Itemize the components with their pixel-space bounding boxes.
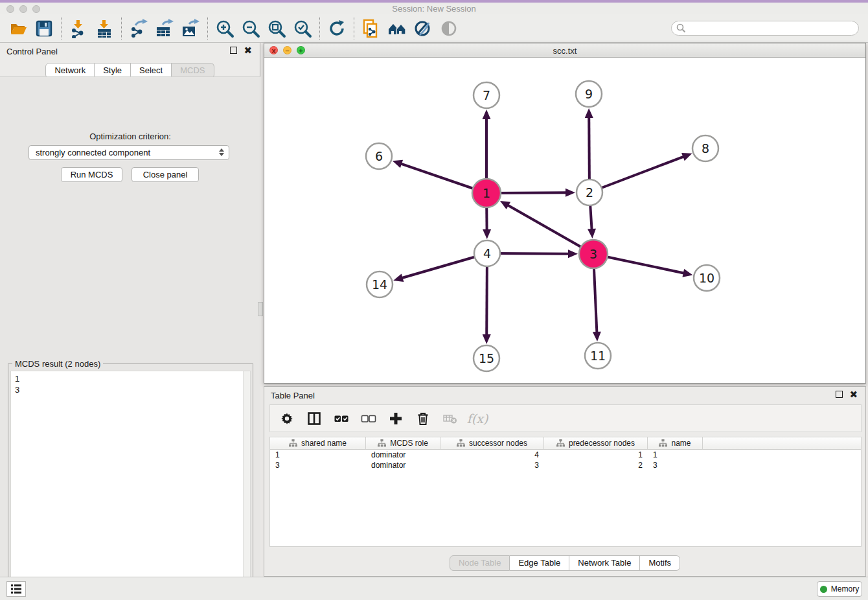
titlebar: Session: New Session <box>0 3 868 14</box>
column-header[interactable]: name <box>648 437 703 449</box>
export-image-button[interactable] <box>177 16 203 41</box>
table-cell[interactable]: 1 <box>544 450 648 460</box>
column-header-label: shared name <box>301 439 347 448</box>
run-mcds-button[interactable]: Run MCDS <box>61 167 122 182</box>
graph-node-label: 6 <box>375 149 383 163</box>
close-panel-button[interactable]: Close panel <box>131 167 199 182</box>
graph-node-label: 1 <box>483 186 490 200</box>
tab-motifs[interactable]: Motifs <box>640 555 680 571</box>
graph-node-label: 2 <box>586 185 593 200</box>
save-icon <box>34 19 54 38</box>
close-panel-icon[interactable]: ✖ <box>849 391 858 398</box>
export-table-button[interactable] <box>152 16 177 41</box>
edge-arrowhead <box>483 110 491 119</box>
table-panel-title: Table Panel <box>271 391 315 400</box>
column-header[interactable]: successor nodes <box>440 437 544 449</box>
network-view-window: x – + scc.txt 7968124314101511 <box>264 43 866 384</box>
column-header[interactable]: predecessor nodes <box>544 437 648 449</box>
float-panel-icon[interactable] <box>230 47 237 54</box>
refresh-icon <box>327 19 347 38</box>
dropdown-stepper-icon <box>219 148 224 156</box>
add-column-button[interactable] <box>387 410 405 428</box>
table-cell[interactable]: dominator <box>366 450 440 460</box>
graph-node-label: 3 <box>589 247 597 261</box>
function-builder-button[interactable]: f(x) <box>468 410 486 428</box>
export-network-button[interactable] <box>126 16 152 41</box>
network-canvas[interactable]: 7968124314101511 <box>265 58 865 383</box>
memory-button[interactable]: Memory <box>817 581 862 597</box>
apply-layout-button[interactable] <box>324 16 350 41</box>
edge-arrowhead <box>568 249 578 258</box>
zoom-out-icon <box>241 19 260 38</box>
optimization-criterion-label: Optimization criterion: <box>0 132 260 141</box>
float-panel-icon[interactable] <box>836 391 843 398</box>
table-cell[interactable]: 3 <box>648 460 703 470</box>
table-row[interactable]: 1dominator411 <box>270 450 861 460</box>
home-button[interactable] <box>384 16 410 41</box>
edge-2-8[interactable] <box>589 156 684 192</box>
delete-table-button[interactable] <box>441 410 459 428</box>
zoom-fit-button[interactable] <box>264 16 290 41</box>
table-cell[interactable]: 3 <box>440 460 544 470</box>
edge-arrowhead <box>588 229 596 238</box>
style-paint-button[interactable] <box>410 16 436 41</box>
hide-panels-button[interactable] <box>436 16 462 41</box>
task-history-button[interactable] <box>6 581 26 597</box>
table-row[interactable]: 3dominator323 <box>270 460 861 470</box>
panel-splitter-handle[interactable] <box>258 302 263 316</box>
split-view-button[interactable] <box>305 410 323 428</box>
edge-arrowhead <box>593 332 601 341</box>
tab-node-table[interactable]: Node Table <box>450 555 510 571</box>
table-toolbar: f(x) <box>269 404 862 432</box>
memory-label: Memory <box>831 584 859 594</box>
tab-edge-table[interactable]: Edge Table <box>510 555 569 571</box>
network-graph[interactable]: 7968124314101511 <box>265 58 865 383</box>
network-window-titlebar[interactable]: x – + scc.txt <box>264 43 865 58</box>
column-header-label: predecessor nodes <box>569 439 635 448</box>
zoom-in-button[interactable] <box>212 16 238 41</box>
zoom-fit-icon <box>267 19 286 38</box>
search-input[interactable] <box>671 21 859 36</box>
control-panel-title: Control Panel <box>6 47 58 56</box>
optimization-criterion-select[interactable]: strongly connected component <box>29 145 229 160</box>
deselect-all-columns-button[interactable] <box>360 410 378 428</box>
table-cell[interactable]: 1 <box>648 450 703 460</box>
edge-arrowhead <box>565 189 575 197</box>
column-header[interactable]: shared name <box>270 437 366 449</box>
table-cell[interactable]: 3 <box>270 460 366 470</box>
zoom-selected-button[interactable] <box>290 16 315 41</box>
import-table-button[interactable] <box>91 16 117 41</box>
delete-columns-button[interactable] <box>414 410 432 428</box>
network-window-title: scc.txt <box>264 46 865 56</box>
table-cell[interactable]: dominator <box>366 460 440 470</box>
export-network-icon <box>129 19 148 38</box>
edge-arrowhead <box>393 160 403 168</box>
result-scrollbar[interactable] <box>243 371 250 600</box>
open-session-button[interactable] <box>5 16 31 41</box>
column-header[interactable]: MCDS role <box>366 437 440 449</box>
mcds-result-list[interactable]: 1 3 <box>10 371 251 600</box>
search-icon <box>676 23 686 33</box>
node-table[interactable]: shared nameMCDS rolesuccessor nodesprede… <box>269 437 862 547</box>
edge-arrowhead <box>393 273 404 281</box>
result-line: 3 <box>15 384 19 395</box>
tab-network-table[interactable]: Network Table <box>569 555 640 571</box>
import-network-button[interactable] <box>65 16 91 41</box>
table-cell[interactable]: 4 <box>440 450 544 460</box>
table-cell[interactable]: 2 <box>544 460 648 470</box>
table-settings-button[interactable] <box>278 410 296 428</box>
table-cell[interactable]: 1 <box>270 450 366 460</box>
graph-node-label: 10 <box>699 271 714 285</box>
graph-node-label: 11 <box>590 349 606 363</box>
table-body: 1dominator4113dominator323 <box>270 450 861 470</box>
zoom-in-icon <box>215 19 234 38</box>
search-field <box>671 21 859 36</box>
control-panel: Control Panel ✖ Network Style Select MCD… <box>0 43 260 577</box>
column-type-icon <box>457 439 465 447</box>
save-session-button[interactable] <box>31 16 57 41</box>
zoom-out-button[interactable] <box>238 16 264 41</box>
clone-network-button[interactable] <box>358 16 384 41</box>
select-all-columns-button[interactable] <box>332 410 350 428</box>
toolbar-separator <box>121 17 122 40</box>
close-panel-icon[interactable]: ✖ <box>244 47 252 54</box>
